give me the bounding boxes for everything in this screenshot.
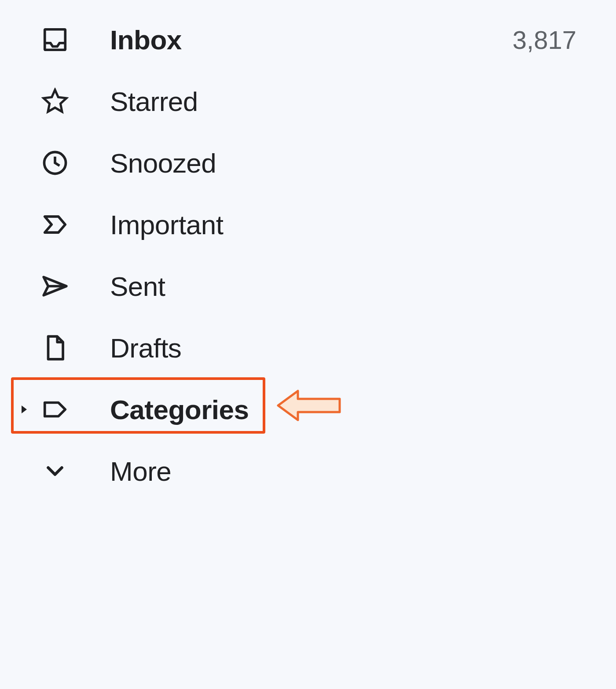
file-icon: [40, 332, 70, 363]
sidebar: Inbox 3,817 Starred Snoozed Important: [0, 0, 616, 511]
sidebar-item-label: More: [110, 456, 598, 487]
sidebar-item-label: Starred: [110, 86, 598, 117]
sidebar-item-label: Sent: [110, 271, 598, 302]
expand-triangle-icon[interactable]: [9, 404, 40, 415]
sidebar-item-sent[interactable]: Sent: [0, 255, 616, 317]
sidebar-item-label: Snoozed: [110, 147, 598, 179]
sidebar-item-more[interactable]: More: [0, 440, 616, 502]
sidebar-item-label: Drafts: [110, 332, 598, 364]
inbox-count: 3,817: [513, 25, 576, 55]
sidebar-item-starred[interactable]: Starred: [0, 70, 616, 132]
clock-icon: [40, 147, 70, 178]
star-icon: [40, 86, 70, 117]
send-icon: [40, 271, 70, 302]
chevron-down-icon: [40, 456, 70, 486]
label-icon: [40, 394, 70, 425]
sidebar-item-label: Categories: [110, 394, 598, 425]
sidebar-item-important[interactable]: Important: [0, 194, 616, 255]
sidebar-item-inbox[interactable]: Inbox 3,817: [0, 9, 616, 70]
sidebar-item-label: Important: [110, 209, 598, 240]
important-icon: [40, 209, 70, 240]
sidebar-item-drafts[interactable]: Drafts: [0, 317, 616, 379]
sidebar-item-label: Inbox: [110, 24, 513, 55]
sidebar-item-snoozed[interactable]: Snoozed: [0, 132, 616, 194]
inbox-icon: [40, 24, 70, 55]
sidebar-item-categories[interactable]: Categories: [0, 379, 616, 440]
